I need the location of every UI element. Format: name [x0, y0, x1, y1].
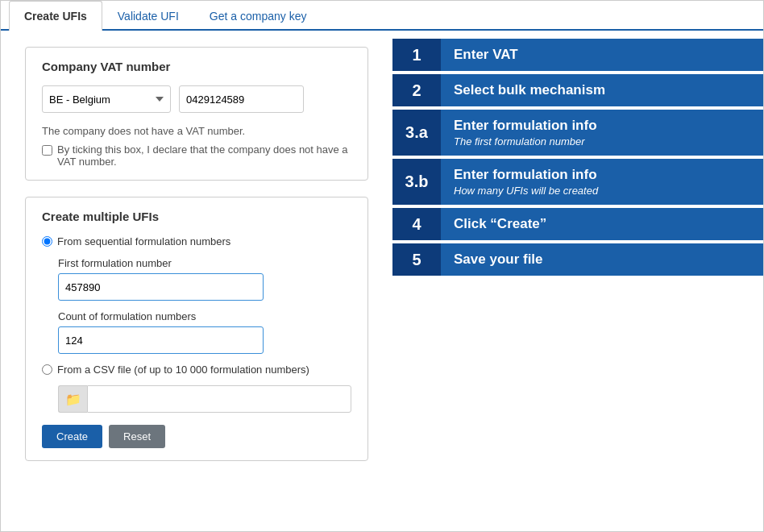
- step-1: 1Enter VAT: [392, 39, 763, 71]
- file-browse-button[interactable]: 📁: [58, 385, 87, 413]
- tab-company-key[interactable]: Get a company key: [194, 1, 322, 31]
- no-vat-checkbox-label[interactable]: By ticking this box, I declare that the …: [42, 143, 351, 168]
- step-title-4: Enter formulation info: [454, 167, 750, 183]
- country-select[interactable]: BE - Belgium AT - Austria DE - Germany F…: [42, 85, 171, 113]
- no-vat-text: The company does not have a VAT number.: [42, 125, 351, 137]
- step-num-1: 1: [392, 39, 441, 71]
- step-num-2: 2: [392, 74, 441, 106]
- create-button[interactable]: Create: [42, 425, 102, 448]
- field2-input[interactable]: [58, 326, 264, 354]
- radio2-label[interactable]: From a CSV file (of up to 10 000 formula…: [42, 364, 351, 376]
- step-title-5: Click “Create”: [454, 216, 750, 232]
- radio2-csv[interactable]: [42, 364, 52, 375]
- field-group-1: First formulation number: [58, 257, 351, 301]
- main-content: Company VAT number BE - Belgium AT - Aus…: [1, 31, 763, 477]
- reset-button[interactable]: Reset: [109, 425, 165, 448]
- step-title-1: Enter VAT: [454, 47, 750, 63]
- action-buttons: Create Reset: [42, 425, 351, 448]
- radio1-sequential[interactable]: [42, 236, 52, 247]
- create-section-title: Create multiple UFIs: [42, 210, 351, 223]
- form-panel: Company VAT number BE - Belgium AT - Aus…: [1, 31, 392, 477]
- radio1-text: From sequential formulation numbers: [57, 235, 230, 247]
- vat-input[interactable]: [179, 85, 304, 113]
- step-content-5: Click “Create”: [441, 208, 763, 240]
- step-4: 3.bEnter formulation infoHow many UFIs w…: [392, 159, 763, 205]
- step-content-3: Enter formulation infoThe first formulat…: [441, 110, 763, 156]
- step-num-4: 3.b: [392, 159, 441, 205]
- field-group-2: Count of formulation numbers: [58, 310, 351, 354]
- step-title-3: Enter formulation info: [454, 118, 750, 134]
- radio1-label[interactable]: From sequential formulation numbers: [42, 235, 351, 247]
- tab-create-ufis[interactable]: Create UFIs: [9, 1, 102, 31]
- tab-validate-ufi[interactable]: Validate UFI: [102, 1, 194, 31]
- step-content-2: Select bulk mechanism: [441, 74, 763, 106]
- field1-input[interactable]: [58, 273, 264, 301]
- field2-label: Count of formulation numbers: [58, 310, 351, 322]
- step-subtitle-3: The first formulation number: [454, 135, 750, 148]
- tab-bar: Create UFIs Validate UFI Get a company k…: [1, 1, 763, 31]
- vat-section: Company VAT number BE - Belgium AT - Aus…: [25, 47, 368, 181]
- radio2-text: From a CSV file (of up to 10 000 formula…: [57, 364, 309, 376]
- file-row: 📁: [58, 385, 351, 413]
- step-title-2: Select bulk mechanism: [454, 82, 750, 98]
- step-num-3: 3.a: [392, 110, 441, 156]
- step-title-6: Save your file: [454, 251, 750, 268]
- field1-label: First formulation number: [58, 257, 351, 269]
- step-subtitle-4: How many UFIs will be created: [454, 185, 750, 197]
- step-content-1: Enter VAT: [441, 39, 763, 71]
- step-3: 3.aEnter formulation infoThe first formu…: [392, 110, 763, 156]
- step-content-6: Save your file: [441, 243, 763, 276]
- no-vat-checkbox-text: By ticking this box, I declare that the …: [57, 143, 351, 168]
- step-num-6: 5: [392, 243, 441, 276]
- vat-section-title: Company VAT number: [42, 60, 351, 73]
- instructions-panel: 1Enter VAT2Select bulk mechanism3.aEnter…: [392, 31, 763, 477]
- step-content-4: Enter formulation infoHow many UFIs will…: [441, 159, 763, 205]
- no-vat-checkbox[interactable]: [42, 145, 52, 156]
- create-section: Create multiple UFIs From sequential for…: [25, 197, 368, 461]
- folder-icon: 📁: [65, 392, 81, 407]
- file-path-input[interactable]: [87, 385, 351, 413]
- step-2: 2Select bulk mechanism: [392, 74, 763, 106]
- vat-row: BE - Belgium AT - Austria DE - Germany F…: [42, 85, 351, 113]
- step-6: 5Save your file: [392, 243, 763, 276]
- step-num-5: 4: [392, 208, 441, 240]
- step-5: 4Click “Create”: [392, 208, 763, 240]
